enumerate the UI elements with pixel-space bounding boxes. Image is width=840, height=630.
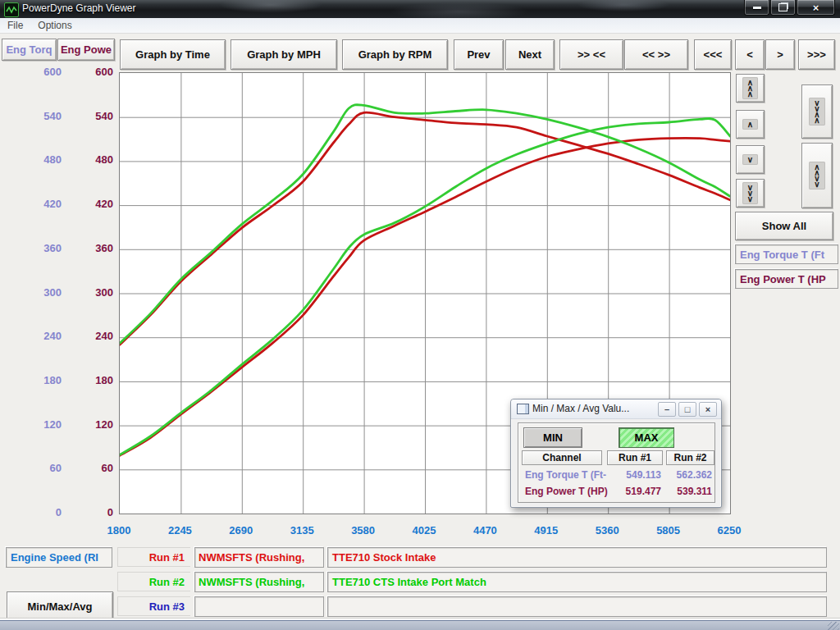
- torque-axis-tick-600: 600: [0, 66, 62, 79]
- max-toggle-label: MAX: [635, 431, 659, 444]
- run-label-3: Run #3: [117, 596, 190, 616]
- scroll-right-button[interactable]: >: [765, 39, 795, 70]
- power-axis-tick-360: 360: [66, 242, 113, 255]
- max-toggle-button[interactable]: MAX: [619, 427, 674, 448]
- minmax-window-titlebar[interactable]: Min / Max / Avg Valu... – □ ×: [511, 399, 721, 419]
- graph-by-time-button[interactable]: Graph by Time: [120, 39, 226, 70]
- rpm-axis-tick-4915: 4915: [522, 524, 571, 537]
- rpm-axis-tick-3135: 3135: [277, 524, 326, 537]
- minimize-icon: [753, 7, 761, 9]
- minmax-row-run2-value: 539.311: [655, 486, 712, 497]
- next-button[interactable]: Next: [505, 39, 555, 70]
- minmax-window-title: Min / Max / Avg Valu...: [532, 403, 629, 414]
- power-axis-tick-420: 420: [66, 198, 113, 211]
- torque-axis-tick-540: 540: [0, 110, 62, 123]
- tab-eng-power[interactable]: Eng Powe: [57, 39, 115, 61]
- run-3-description-field[interactable]: [327, 596, 827, 617]
- torque-axis-tick-360: 360: [0, 242, 62, 255]
- scroll-down-fast-button[interactable]: ∨∨∨: [736, 179, 765, 208]
- show-all-button[interactable]: Show All: [735, 212, 833, 240]
- menu-options[interactable]: Options: [30, 20, 79, 31]
- minmax-col-run-2[interactable]: Run #2: [666, 450, 714, 465]
- minmax-minimize-button[interactable]: –: [658, 402, 676, 417]
- minmax-col-channel[interactable]: Channel: [522, 450, 602, 465]
- rpm-axis-tick-3580: 3580: [339, 524, 388, 537]
- scroll-right-fast-button[interactable]: >>>: [798, 39, 835, 70]
- zoom-out-y-button-icon: ∧∧∨∨: [809, 162, 824, 189]
- torque-axis-tick-240: 240: [0, 330, 62, 343]
- power-axis-tick-180: 180: [66, 374, 113, 387]
- graph-by-mph-button[interactable]: Graph by MPH: [231, 39, 337, 70]
- graph-by-rpm-button[interactable]: Graph by RPM: [342, 39, 448, 70]
- rpm-axis-tick-5805: 5805: [644, 524, 693, 537]
- tab-eng-torque-label: Eng Torq: [6, 43, 52, 56]
- min-toggle-button[interactable]: MIN: [523, 427, 582, 448]
- zoom-out-y-button[interactable]: ∧∧∨∨: [801, 143, 833, 208]
- run-2-operator-field[interactable]: NWMSFTS (Rushing,: [194, 572, 324, 592]
- minmax-close-button[interactable]: ×: [699, 402, 717, 417]
- scroll-up-button-icon: ∧: [742, 119, 758, 130]
- power-axis-tick-540: 540: [66, 110, 113, 123]
- power-axis-tick-60: 60: [66, 462, 113, 475]
- close-button[interactable]: ×: [797, 0, 835, 16]
- scroll-up-button[interactable]: ∧: [736, 110, 765, 139]
- run-2-description-field[interactable]: TTE710 CTS Intake Port Match: [327, 572, 827, 592]
- run-1-operator-field[interactable]: NWMSFTS (Rushing,: [194, 547, 324, 568]
- run-3-operator-field[interactable]: [194, 596, 324, 617]
- scroll-left-button[interactable]: <: [735, 39, 765, 70]
- min-toggle-label: MIN: [543, 431, 563, 444]
- scroll-down-button-icon: ∨: [742, 154, 758, 165]
- resize-grip[interactable]: [828, 622, 839, 630]
- scroll-down-button[interactable]: ∨: [736, 145, 765, 174]
- torque-axis-tick-120: 120: [0, 418, 62, 431]
- title-bar: PowerDyne Graph Viewer ×: [0, 0, 840, 18]
- show-all-label: Show All: [762, 220, 806, 232]
- torque-axis-tick-480: 480: [0, 153, 62, 167]
- minmax-caption-buttons: – □ ×: [658, 402, 717, 417]
- torque-axis-tick-420: 420: [0, 198, 62, 211]
- caption-buttons: ×: [743, 0, 835, 16]
- prev-button[interactable]: Prev: [454, 39, 504, 70]
- rpm-axis-tick-4025: 4025: [399, 524, 449, 537]
- scroll-down-fast-button-icon: ∨∨∨: [742, 182, 758, 204]
- minmax-col-run-1[interactable]: Run #1: [607, 450, 663, 465]
- menu-file[interactable]: File: [0, 20, 30, 31]
- power-axis-tick-120: 120: [66, 418, 113, 431]
- zoom-in-y-button[interactable]: ∨∨∧∧: [801, 84, 833, 139]
- tab-eng-power-label: Eng Powe: [61, 43, 112, 56]
- legend-eng-torque[interactable]: Eng Torque T (Ft: [735, 244, 838, 264]
- power-axis-tick-0: 0: [66, 506, 113, 519]
- legend-eng-power[interactable]: Eng Power T (HP: [735, 269, 838, 289]
- restore-icon: □: [685, 404, 691, 414]
- tab-eng-torque[interactable]: Eng Torq: [2, 39, 57, 61]
- zoom-out-x-button[interactable]: << >>: [624, 39, 688, 70]
- rpm-axis-tick-5360: 5360: [582, 524, 632, 537]
- rpm-axis-tick-4470: 4470: [460, 524, 509, 537]
- window-title: PowerDyne Graph Viewer: [22, 2, 136, 14]
- restore-icon: [778, 3, 788, 11]
- restore-button[interactable]: [770, 0, 796, 16]
- minimize-button[interactable]: [744, 0, 769, 16]
- close-icon: ×: [813, 2, 819, 13]
- torque-axis-tick-300: 300: [0, 286, 62, 299]
- rpm-axis-tick-2245: 2245: [155, 524, 204, 537]
- minimize-icon: –: [664, 404, 669, 414]
- power-axis-tick-600: 600: [66, 66, 113, 79]
- minmax-row-run1-value: 519.477: [604, 486, 661, 497]
- scroll-left-fast-button[interactable]: <<<: [694, 39, 732, 70]
- oscilloscope-trace-icon: [6, 4, 17, 16]
- x-axis-channel-field[interactable]: Engine Speed (RI: [6, 547, 112, 568]
- minmax-restore-button[interactable]: □: [678, 402, 696, 417]
- scroll-up-fast-button[interactable]: ∧∧∧: [736, 74, 765, 103]
- minmax-window-icon: [517, 404, 529, 414]
- app-icon: [4, 2, 19, 17]
- x-axis-channel-label: Engine Speed (RI: [11, 551, 98, 564]
- rpm-axis-tick-2690: 2690: [217, 524, 266, 537]
- run-label-2: Run #2: [117, 572, 190, 591]
- power-axis-tick-480: 480: [66, 153, 113, 167]
- run-1-description-field[interactable]: TTE710 Stock Intake: [327, 547, 827, 568]
- zoom-in-x-button[interactable]: >> <<: [559, 39, 623, 70]
- minmax-row-run2-value: 562.362: [655, 469, 712, 481]
- minmax-values-window: Min / Max / Avg Valu... – □ × MIN MAX Ch…: [510, 399, 722, 508]
- minmax-panel: MIN MAX ChannelRun #1Run #2Eng Torque T …: [518, 422, 715, 503]
